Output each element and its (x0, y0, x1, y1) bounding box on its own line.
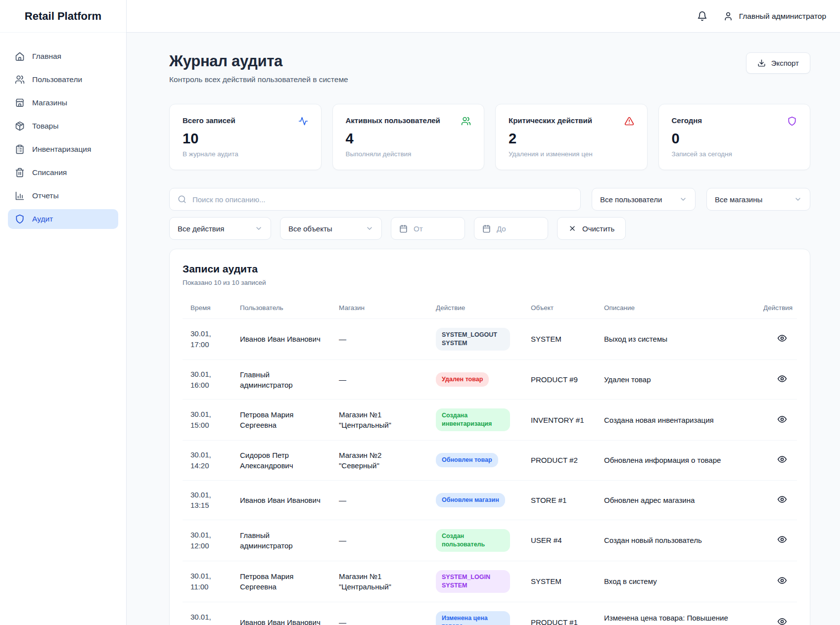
actions-filter-select[interactable]: Все действия (169, 217, 271, 240)
stat-value: 0 (672, 131, 797, 147)
page-subtitle: Контроль всех действий пользователей в с… (169, 75, 348, 84)
sidebar-item-label: Главная (32, 52, 61, 61)
column-header: Описание (596, 297, 755, 319)
sidebar-item-2[interactable]: Магазины (8, 93, 118, 113)
view-details-button[interactable] (775, 412, 789, 428)
sidebar-item-label: Аудит (32, 215, 53, 223)
store-icon (15, 98, 25, 108)
cell-action: SYSTEM_LOGIN SYSTEM (428, 561, 523, 602)
view-details-button[interactable] (775, 372, 789, 387)
action-badge: Изменена цена товара (436, 611, 510, 625)
stat-caption: Удаления и изменения цен (509, 150, 634, 158)
activity-icon (298, 116, 308, 126)
date-from-input[interactable]: От (391, 217, 465, 240)
clipboard-icon (15, 144, 25, 154)
table-row: 30.01,10:30Иванов Иван Иванович—Изменена… (183, 602, 797, 625)
export-button[interactable]: Экспорт (746, 52, 810, 74)
view-details-button[interactable] (775, 492, 789, 508)
sidebar-item-4[interactable]: Инвентаризация (8, 139, 118, 159)
alert-triangle-icon (624, 116, 634, 126)
cell-action: Создан пользователь (428, 520, 523, 561)
bell-icon[interactable] (697, 11, 707, 21)
cell-time: 30.01,16:00 (183, 359, 232, 400)
cell-object: PRODUCT #1 (523, 602, 596, 625)
view-details-button[interactable] (775, 615, 789, 625)
stat-label: Активных пользователей (346, 116, 440, 125)
users-icon (15, 75, 25, 85)
app-logo: Retail Platform (0, 0, 126, 33)
cell-user: Иванов Иван Иванович (232, 602, 331, 625)
stores-filter-select[interactable]: Все магазины (706, 188, 810, 211)
view-details-button[interactable] (775, 574, 789, 589)
action-badge: Удален товар (436, 372, 489, 387)
table-row: 30.01,11:00Петрова Мария СергеевнаМагази… (183, 561, 797, 602)
table-row: 30.01,13:15Иванов Иван Иванович—Обновлен… (183, 480, 797, 520)
sidebar-item-0[interactable]: Главная (8, 46, 118, 66)
user-menu[interactable]: Главный администратор (723, 11, 826, 21)
user-name: Главный администратор (739, 12, 826, 21)
cell-description: Выход из системы (596, 319, 755, 360)
cell-object: PRODUCT #2 (523, 441, 596, 481)
stat-card-1: Активных пользователей4Выполняли действи… (332, 104, 485, 170)
view-details-button[interactable] (775, 452, 789, 468)
action-badge: Создан пользователь (436, 529, 510, 552)
search-icon (178, 195, 187, 204)
eye-icon (777, 414, 787, 424)
sidebar-item-1[interactable]: Пользователи (8, 70, 118, 89)
package-icon (15, 121, 25, 131)
sidebar-nav: ГлавнаяПользователиМагазиныТоварыИнвента… (0, 33, 126, 243)
cell-object: PRODUCT #9 (523, 359, 596, 400)
cell-user: Главный администратор (232, 520, 331, 561)
download-icon (757, 59, 766, 67)
view-details-button[interactable] (775, 533, 789, 548)
cell-store: Магазин №1 "Центральный" (331, 400, 428, 441)
stat-caption: Записей за сегодня (672, 150, 797, 158)
action-badge: SYSTEM_LOGOUT SYSTEM (436, 328, 510, 351)
users-filter-select[interactable]: Все пользователи (592, 188, 696, 211)
column-header: Действия (755, 297, 797, 319)
table-row: 30.01,15:00Петрова Мария СергеевнаМагази… (183, 400, 797, 441)
cell-object: SYSTEM (523, 319, 596, 360)
stat-card-3: Сегодня0Записей за сегодня (658, 104, 811, 170)
objects-filter-select[interactable]: Все объекты (280, 217, 382, 240)
bar-chart-icon (15, 191, 25, 201)
table-row: 30.01,16:00Главный администратор—Удален … (183, 359, 797, 400)
stats-cards: Всего записей10В журнале аудитаАктивных … (169, 104, 810, 170)
stat-value: 10 (183, 131, 308, 147)
sidebar-item-label: Пользователи (32, 75, 82, 84)
cell-description: Создан новый пользователь (596, 520, 755, 561)
sidebar-item-3[interactable]: Товары (8, 116, 118, 136)
cell-time: 30.01,10:30 (183, 602, 232, 625)
audit-records-subtitle: Показано 10 из 10 записей (183, 279, 797, 286)
sidebar: Retail Platform ГлавнаяПользователиМагаз… (0, 0, 127, 625)
action-badge: SYSTEM_LOGIN SYSTEM (436, 570, 510, 593)
chevron-down-icon (255, 224, 263, 232)
date-to-input[interactable]: До (474, 217, 548, 240)
eye-icon (777, 535, 787, 544)
cell-description: Вход в систему (596, 561, 755, 602)
cell-action: Изменена цена товара (428, 602, 523, 625)
trash-icon (15, 168, 25, 178)
main-area: Главный администратор Журнал аудита Конт… (127, 0, 840, 625)
table-row: 30.01,12:00Главный администратор—Создан … (183, 520, 797, 561)
stat-card-2: Критических действий2Удаления и изменени… (495, 104, 648, 170)
sidebar-item-6[interactable]: Отчеты (8, 186, 118, 206)
stat-caption: В журнале аудита (183, 150, 308, 158)
column-header: Пользователь (232, 297, 331, 319)
home-icon (15, 51, 25, 61)
cell-store: Магазин №1 "Центральный" (331, 561, 428, 602)
sidebar-item-7[interactable]: Аудит (8, 209, 118, 229)
cell-time: 30.01,15:00 (183, 400, 232, 441)
clear-filters-button[interactable]: Очистить (557, 217, 626, 240)
cell-action: Создана инвентаризация (428, 400, 523, 441)
table-row: 30.01,14:20Сидоров Петр АлександровичМаг… (183, 441, 797, 481)
cell-time: 30.01,17:00 (183, 319, 232, 360)
cell-time: 30.01,11:00 (183, 561, 232, 602)
view-details-button[interactable] (775, 331, 789, 347)
cell-store: — (331, 319, 428, 360)
shield-icon (15, 214, 25, 224)
search-input[interactable] (192, 195, 572, 204)
sidebar-item-5[interactable]: Списания (8, 163, 118, 182)
stat-value: 4 (346, 131, 471, 147)
audit-records-card: Записи аудита Показано 10 из 10 записей … (169, 249, 810, 625)
